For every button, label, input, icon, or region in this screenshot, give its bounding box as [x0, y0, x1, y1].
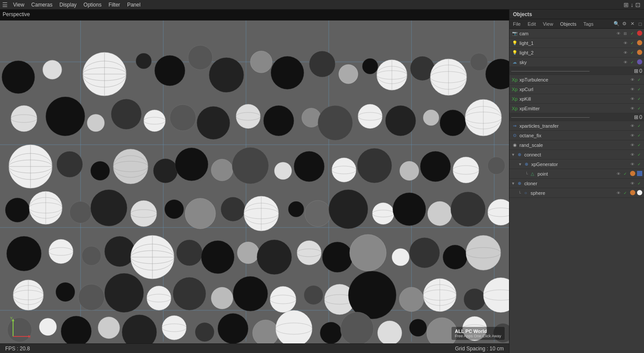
light2-check-btn[interactable]: ✓: [629, 50, 635, 56]
object-row-light2[interactable]: 💡 light_2 👁 ✓: [509, 48, 644, 58]
rs-check-btn[interactable]: ✓: [636, 142, 642, 148]
sep2-btn1[interactable]: ⊞: [634, 114, 638, 120]
search-icon[interactable]: 🔍: [613, 19, 620, 29]
cloner-visible-btn[interactable]: 👁: [629, 180, 635, 187]
sep1-btn1[interactable]: ⊞: [634, 68, 638, 74]
object-row-light1[interactable]: 💡 light_1 👁 ✓: [509, 38, 644, 48]
sep2-btn2[interactable]: 0: [639, 114, 642, 120]
rs-visible-btn[interactable]: 👁: [629, 142, 635, 148]
xpt-check-btn[interactable]: ✓: [636, 77, 642, 83]
cam-color-dot: [637, 31, 642, 36]
layout-icon[interactable]: ⊞: [624, 1, 629, 8]
svg-point-172: [276, 310, 312, 347]
sep1-btn2[interactable]: 0: [639, 68, 642, 74]
svg-point-77: [274, 162, 292, 180]
menu-cameras[interactable]: Cameras: [28, 0, 56, 10]
xpc-visible-btn[interactable]: 👁: [629, 86, 635, 92]
object-row-point[interactable]: └ △ point 👁 ✓: [509, 169, 644, 179]
svg-point-73: [153, 159, 178, 183]
svg-point-117: [105, 236, 135, 267]
cam-lock-btn[interactable]: ⊞: [622, 31, 628, 37]
svg-point-127: [297, 241, 321, 265]
xpk-visible-btn[interactable]: 👁: [629, 96, 635, 102]
render-icon[interactable]: ↓: [631, 1, 634, 8]
svg-point-133: [443, 245, 467, 269]
object-row-xpkill[interactable]: Xp xpKill 👁 ✓: [509, 94, 644, 104]
xpc-check-btn[interactable]: ✓: [636, 86, 642, 92]
object-row-rand-scale[interactable]: ◉ rand_scale 👁 ✓: [509, 140, 644, 150]
svg-point-75: [211, 159, 233, 181]
menu-options[interactable]: Options: [80, 0, 105, 10]
tab-objects[interactable]: Objects: [556, 19, 580, 29]
xpgen-check-btn[interactable]: ✓: [636, 161, 642, 167]
point-check-btn[interactable]: ✓: [622, 171, 628, 177]
sky-visible-btn[interactable]: 👁: [622, 59, 628, 65]
object-row-connect[interactable]: ▼ ⊕ connect 👁 ✓: [509, 150, 644, 160]
app-icon: ☰: [0, 0, 10, 10]
xpe-visible-btn[interactable]: 👁: [629, 105, 635, 112]
svg-point-68: [57, 151, 83, 177]
svg-point-176: [378, 321, 402, 345]
point-visible-btn[interactable]: 👁: [615, 171, 621, 177]
object-row-xpturbulence[interactable]: Xp xpTurbulence 👁 ✓: [509, 75, 644, 85]
right-panel: Objects File Edit View Objects Tags 🔍 ⚙ …: [509, 10, 644, 353]
xpemitter-icon: Xp: [511, 105, 518, 112]
object-row-xpemitter[interactable]: Xp xpEmitter 👁 ✓: [509, 104, 644, 113]
svg-point-105: [329, 190, 368, 229]
object-row-cam[interactable]: 📷 cam 👁 ⊞ ✓: [509, 29, 644, 38]
panel-tabs: File Edit View Objects Tags 🔍 ⚙ ✕ □: [509, 19, 644, 29]
object-row-xpcurl[interactable]: Xp xpCurl 👁 ✓: [509, 85, 644, 94]
sphere-visible-btn[interactable]: 👁: [615, 190, 621, 196]
object-row-xpgenerator[interactable]: ▼ ⊕ xpGenerator 👁 ✓: [509, 160, 644, 169]
svg-point-83: [420, 151, 451, 182]
svg-point-142: [105, 273, 144, 312]
conn-check-btn[interactable]: ✓: [636, 152, 642, 158]
menu-display[interactable]: Display: [56, 0, 80, 10]
viewport[interactable]: Perspective: [0, 10, 509, 353]
xpgen-visible-btn[interactable]: 👁: [629, 161, 635, 167]
sphere-color-dot1: [630, 190, 635, 195]
sky-check-btn[interactable]: ✓: [629, 59, 635, 65]
object-row-xparticles-transfer[interactable]: ⇒ xparticles_transfer 👁 ✓: [509, 121, 644, 131]
xpk-check-btn[interactable]: ✓: [636, 96, 642, 102]
oct-check-btn[interactable]: ✓: [636, 132, 642, 139]
panel-close-icon[interactable]: ✕: [628, 19, 636, 29]
object-row-cloner[interactable]: ▼ ⊕ cloner 👁 ✓: [509, 179, 644, 188]
xptr-visible-btn[interactable]: 👁: [629, 123, 635, 129]
xpe-check-btn[interactable]: ✓: [636, 105, 642, 112]
object-row-sphere[interactable]: └ ○ sphere 👁 ✓: [509, 188, 644, 198]
cam-check-btn[interactable]: ✓: [629, 31, 635, 37]
tab-view[interactable]: View: [539, 19, 557, 29]
settings-icon[interactable]: ⊡: [635, 1, 641, 8]
svg-point-21: [155, 55, 185, 86]
connect-expand-arrow[interactable]: ▼: [511, 153, 515, 157]
light1-visible-btn[interactable]: 👁: [622, 40, 628, 46]
cloner-expand-arrow[interactable]: ▼: [511, 181, 515, 186]
xpgen-expand-arrow[interactable]: ▼: [518, 162, 522, 166]
tab-edit[interactable]: Edit: [524, 19, 539, 29]
xpcurl-icon: Xp: [511, 86, 518, 93]
menu-panel[interactable]: Panel: [124, 0, 144, 10]
panel-settings-icon[interactable]: ⚙: [620, 19, 628, 29]
svg-point-44: [111, 99, 142, 129]
tab-tags[interactable]: Tags: [580, 19, 597, 29]
light2-visible-btn[interactable]: 👁: [622, 50, 628, 56]
conn-visible-btn[interactable]: 👁: [629, 152, 635, 158]
light1-check-btn[interactable]: ✓: [629, 40, 635, 46]
oct-visible-btn[interactable]: 👁: [629, 132, 635, 139]
sphere-color-dot2: [637, 190, 642, 195]
xpt-visible-btn[interactable]: 👁: [629, 77, 635, 83]
tab-file[interactable]: File: [509, 19, 524, 29]
sphere-check-btn[interactable]: ✓: [622, 190, 628, 196]
object-row-octane-fix[interactable]: ⊙ octane_fix 👁 ✓: [509, 131, 644, 140]
svg-point-98: [221, 197, 245, 221]
svg-point-23: [209, 58, 244, 92]
cam-visible-btn[interactable]: 👁: [615, 31, 621, 37]
panel-expand-icon[interactable]: □: [636, 19, 644, 29]
svg-point-147: [233, 276, 268, 311]
menu-view[interactable]: View: [10, 0, 28, 10]
cloner-check-btn[interactable]: ✓: [636, 180, 642, 187]
menu-filter[interactable]: Filter: [105, 0, 124, 10]
object-row-sky[interactable]: ☁ sky 👁 ✓: [509, 58, 644, 67]
xptr-check-btn[interactable]: ✓: [636, 123, 642, 129]
